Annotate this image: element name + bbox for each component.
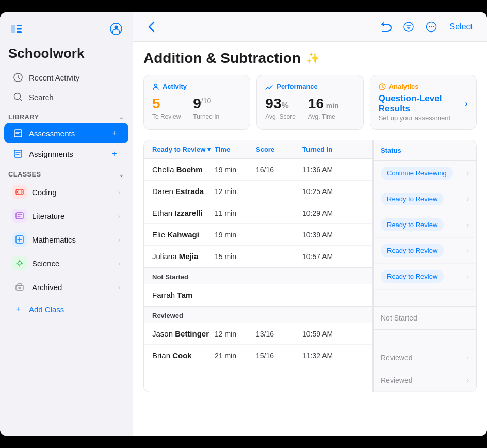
svg-point-5 — [115, 26, 118, 29]
cell-turned-in: 11:32 AM — [302, 351, 364, 360]
col-turned-in[interactable]: Turned In — [302, 146, 364, 153]
mathematics-icon — [12, 232, 27, 247]
col-name[interactable]: Ready to Review ▾ — [152, 146, 215, 153]
sort-icon: ▾ — [207, 146, 211, 153]
not-started-section-header: Not Started — [144, 267, 372, 284]
search-label: Search — [29, 93, 54, 102]
cell-turned-in: 10:25 AM — [302, 187, 364, 196]
student-name: Farrah Tam — [152, 291, 215, 299]
recent-activity-icon — [12, 72, 24, 83]
status-row[interactable]: Ready to Review › — [374, 212, 476, 238]
performance-title: Performance — [277, 83, 317, 90]
status-badge: Ready to Review — [381, 193, 444, 205]
table-row[interactable]: Chella Boehm 19 min 16/16 11:36 AM — [144, 159, 372, 181]
status-row[interactable]: Ready to Review › — [374, 186, 476, 212]
status-panel: Status Continue Reviewing › Ready to Rev… — [373, 140, 476, 392]
sidebar-item-coding[interactable]: Coding › — [4, 180, 128, 204]
sidebar-item-literature[interactable]: Literature › — [4, 204, 128, 228]
add-assignment-btn[interactable]: + — [109, 148, 120, 159]
svg-rect-1 — [17, 25, 22, 26]
archived-chevron-icon: › — [118, 283, 120, 291]
reviewed-section-header: Reviewed — [144, 306, 372, 323]
table-row[interactable]: Elie Kahwagi 19 min 10:39 AM — [144, 224, 372, 246]
library-section-title: Library — [8, 113, 39, 121]
undo-button[interactable] — [378, 19, 394, 35]
sidebar-title: Schoolwork — [0, 45, 133, 68]
sidebar-item-archived[interactable]: Archived › — [4, 275, 128, 299]
table-row[interactable]: Ethan Izzarelli 11 min 10:29 AM — [144, 202, 372, 224]
literature-icon — [12, 209, 27, 223]
coding-chevron-icon: › — [118, 188, 120, 196]
status-badge: Ready to Review — [381, 244, 444, 257]
activity-header: Activity — [152, 83, 241, 90]
col-time[interactable]: Time — [215, 146, 256, 153]
sidebar-item-science[interactable]: Science › — [4, 251, 128, 275]
cell-turned-in: 10:29 AM — [302, 209, 364, 217]
status-row-reviewed[interactable]: Reviewed › — [374, 346, 476, 369]
library-chevron-icon[interactable]: ⌄ — [119, 113, 124, 121]
status-chevron-icon: › — [467, 221, 469, 229]
status-section-spacer: . — [374, 290, 476, 307]
select-button[interactable]: Select — [446, 20, 477, 34]
cell-turned-in: 10:57 AM — [302, 252, 364, 261]
add-class-label: Add Class — [29, 305, 64, 314]
profile-icon[interactable] — [108, 21, 124, 37]
status-badge: Continue Reviewing — [381, 167, 453, 180]
toolbar-right: Select — [378, 19, 477, 35]
sidebar-toggle-icon[interactable] — [8, 21, 25, 37]
svg-point-20 — [432, 26, 433, 27]
assignments-label: Assignments — [29, 150, 104, 158]
performance-header: Performance — [265, 83, 354, 90]
analytics-card[interactable]: Analytics Question-Level Results › Set u… — [370, 75, 477, 130]
sidebar-item-mathematics[interactable]: Mathematics › — [4, 228, 128, 251]
status-row-reviewed2[interactable]: Reviewed › — [374, 369, 476, 392]
table-row[interactable]: Daren Estrada 12 min 10:25 AM — [144, 181, 372, 202]
table-row[interactable]: Jason Bettinger 12 min 13/16 10:59 AM — [144, 323, 372, 345]
turned-in-stat: 9/10 Turned In — [193, 95, 219, 120]
table-row[interactable]: Juliana Mejia 15 min 10:57 AM — [144, 246, 372, 267]
performance-card: Performance 93% Avg. Score 16 min — [256, 75, 363, 130]
classes-chevron-icon[interactable]: ⌄ — [119, 170, 124, 178]
svg-point-19 — [430, 26, 431, 27]
to-review-stat: 5 To Review — [152, 95, 181, 120]
add-assessment-btn[interactable]: + — [109, 127, 120, 139]
table-row[interactable]: Farrah Tam — [144, 284, 372, 306]
turned-in-label: Turned In — [193, 113, 219, 120]
status-row[interactable]: Ready to Review › — [374, 238, 476, 264]
svg-rect-2 — [17, 28, 22, 30]
sidebar-item-recent-activity[interactable]: Recent Activity — [4, 68, 128, 87]
cell-time: 12 min — [215, 330, 256, 338]
status-badge: Ready to Review — [381, 218, 444, 231]
activity-card: Activity 5 To Review 9/10 Turned In — [143, 75, 250, 130]
coding-label: Coding — [32, 188, 113, 197]
student-name: Brian Cook — [152, 351, 215, 360]
science-icon — [12, 256, 27, 270]
svg-point-16 — [404, 22, 413, 31]
add-class-item[interactable]: + Add Class — [4, 299, 128, 319]
toolbar: Select — [133, 12, 487, 42]
filter-button[interactable] — [400, 19, 417, 35]
sidebar: Schoolwork Recent Activity Search Librar… — [0, 12, 133, 436]
sidebar-item-assessments[interactable]: Assessments + — [4, 123, 128, 143]
not-started-status: Not Started — [381, 314, 417, 322]
student-name: Jason Bettinger — [152, 329, 215, 338]
cell-time: 19 min — [215, 231, 256, 239]
cell-time: 12 min — [215, 187, 256, 196]
sidebar-item-search[interactable]: Search — [4, 87, 128, 107]
table-row[interactable]: Brian Cook 21 min 15/16 11:32 AM — [144, 345, 372, 366]
library-section-header: Library ⌄ — [0, 107, 133, 123]
svg-point-13 — [18, 262, 22, 265]
analytics-main-title: Question-Level Results › — [379, 93, 468, 114]
cell-time: 21 min — [215, 351, 256, 360]
more-button[interactable] — [423, 19, 440, 35]
status-chevron-icon: › — [467, 273, 469, 280]
sidebar-item-assignments[interactable]: Assignments + — [4, 143, 128, 164]
status-row[interactable]: Continue Reviewing › — [374, 161, 476, 186]
cell-time: 11 min — [215, 209, 256, 217]
sidebar-top-icons — [0, 21, 133, 45]
science-chevron-icon: › — [118, 260, 120, 267]
status-row[interactable]: Ready to Review › — [374, 264, 476, 290]
col-score[interactable]: Score — [256, 146, 302, 153]
status-column-header: Status — [381, 147, 401, 154]
back-button[interactable] — [143, 19, 160, 35]
